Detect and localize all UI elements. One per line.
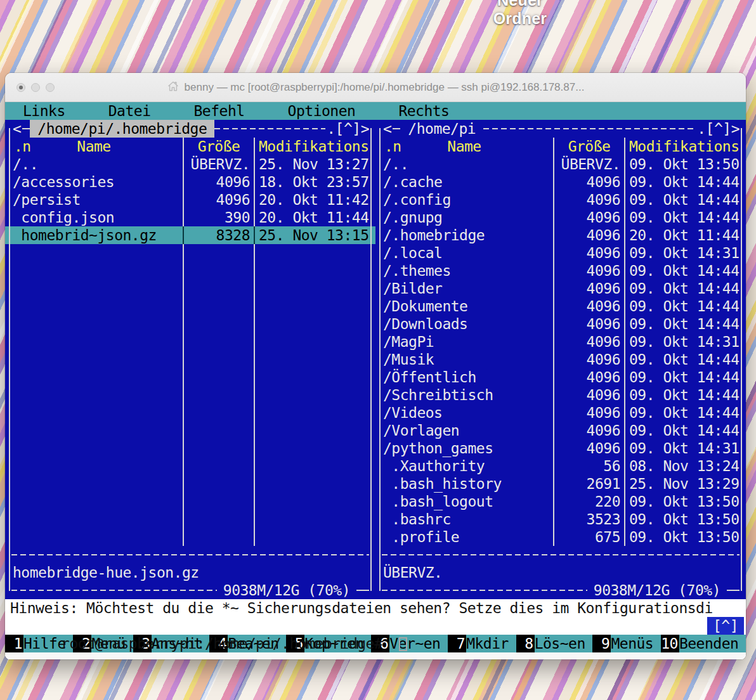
- file-row[interactable]: .bashrc352309. Okt 13:50: [375, 510, 746, 528]
- panel-top-border: < /home/pi .[^]>: [375, 120, 746, 138]
- file-size: 4096: [553, 333, 624, 351]
- file-size: 2691: [553, 475, 624, 493]
- header-name-cell[interactable]: .nName: [375, 138, 553, 155]
- file-name: /Musik: [375, 351, 553, 368]
- minimize-button[interactable]: [31, 83, 40, 92]
- file-row[interactable]: /MagPi409609. Okt 14:31: [375, 333, 746, 351]
- window-bottom-strip: [5, 652, 746, 659]
- file-row[interactable]: /.homebridge409620. Okt 11:44: [375, 226, 746, 244]
- file-mtime: 09. Okt 13:50: [624, 493, 746, 510]
- terminal-content: LinksDateiBefehlOptionenRechts < /home/p…: [5, 102, 746, 659]
- panel-path[interactable]: /home/pi: [400, 120, 483, 138]
- header-mtime[interactable]: Modifikations: [254, 138, 375, 155]
- dash-fill: [382, 554, 740, 555]
- fkey-label: Menüs: [611, 635, 660, 652]
- file-size: 3523: [553, 510, 624, 528]
- file-row[interactable]: /.config409609. Okt 14:44: [375, 191, 746, 209]
- file-row[interactable]: /..ÜBERVZ.25. Nov 13:27: [5, 155, 375, 173]
- file-row[interactable]: /accessories409618. Okt 23:57: [5, 173, 375, 191]
- panel-scroll-left-icon[interactable]: <: [382, 120, 393, 138]
- panel-separator: [5, 546, 375, 564]
- file-row[interactable]: /Schreibtisch409609. Okt 14:44: [375, 386, 746, 404]
- file-row-empty: [5, 493, 375, 510]
- fkey-7[interactable]: 7Mkdir: [448, 635, 516, 652]
- file-mtime: 09. Okt 14:31: [624, 333, 746, 351]
- panel-path[interactable]: /home/pi/.homebridge: [30, 120, 214, 138]
- file-name: [5, 422, 183, 439]
- fkey-10[interactable]: 10Beenden: [661, 635, 746, 652]
- file-row-empty: [5, 244, 375, 262]
- file-name: [5, 280, 183, 297]
- command-history-button[interactable]: [^]: [707, 617, 744, 635]
- file-row[interactable]: /.local409609. Okt 14:31: [375, 244, 746, 262]
- file-row[interactable]: .bash_logout22009. Okt 13:50: [375, 493, 746, 510]
- fkey-number: 9: [592, 635, 611, 652]
- menu-item-befehl[interactable]: Befehl: [194, 102, 245, 120]
- header-size[interactable]: Größe: [183, 138, 254, 155]
- file-name: /.config: [375, 191, 553, 209]
- left-panel: < /home/pi/.homebridge .[^]> .nName Größ…: [5, 120, 375, 599]
- header-size[interactable]: Größe: [553, 138, 624, 155]
- file-row[interactable]: /Bilder409609. Okt 14:44: [375, 280, 746, 297]
- file-row[interactable]: /Downloads409609. Okt 14:44: [375, 315, 746, 333]
- file-name: .Xauthority: [375, 457, 553, 475]
- dash-fill: [11, 590, 217, 591]
- menu-item-optionen[interactable]: Optionen: [288, 102, 356, 120]
- file-mtime: 18. Okt 23:57: [254, 173, 375, 191]
- file-size: [183, 422, 254, 439]
- file-row[interactable]: homebrid~json.gz832825. Nov 13:15: [5, 226, 375, 244]
- header-mtime[interactable]: Modifikations: [624, 138, 746, 155]
- file-name: /Bilder: [375, 280, 553, 297]
- menu-item-datei[interactable]: Datei: [108, 102, 151, 120]
- file-row[interactable]: /persist409620. Okt 11:42: [5, 191, 375, 209]
- file-row[interactable]: /..ÜBERVZ.09. Okt 13:50: [375, 155, 746, 173]
- file-row[interactable]: /Vorlagen409609. Okt 14:44: [375, 422, 746, 439]
- fkey-number: 10: [661, 635, 679, 652]
- unsaved-dot-icon: [19, 86, 23, 89]
- file-name: [5, 457, 183, 475]
- close-button[interactable]: [16, 83, 25, 92]
- desktop-folder-label[interactable]: Neuer Ordner: [469, 0, 571, 28]
- file-row-empty: [5, 280, 375, 297]
- file-row[interactable]: /.cache409609. Okt 14:44: [375, 173, 746, 191]
- file-row[interactable]: .Xauthority5608. Nov 13:24: [375, 457, 746, 475]
- file-mtime: [254, 422, 375, 439]
- window-titlebar[interactable]: benny — mc [root@raspberrypi]:/home/pi/.…: [5, 73, 746, 102]
- file-size: [183, 386, 254, 404]
- file-size: 4096: [553, 280, 624, 297]
- file-row[interactable]: config.json39020. Okt 11:44: [5, 209, 375, 226]
- file-mtime: [254, 404, 375, 422]
- panel-scroll-left-icon[interactable]: <: [11, 120, 22, 138]
- file-mtime: 09. Okt 14:44: [624, 368, 746, 386]
- file-row-empty: [5, 422, 375, 439]
- file-row[interactable]: /.gnupg409609. Okt 14:44: [375, 209, 746, 226]
- file-row[interactable]: /Öffentlich409609. Okt 14:44: [375, 368, 746, 386]
- menu-item-rechts[interactable]: Rechts: [398, 102, 449, 120]
- shell-prompt-line[interactable]: root@raspberrypi:/home/pi/.homebridge# […: [5, 617, 746, 635]
- file-row[interactable]: .bash_history269125. Nov 13:29: [375, 475, 746, 493]
- file-size: 4096: [183, 191, 254, 209]
- file-size: 4096: [553, 244, 624, 262]
- fkey-9[interactable]: 9Menüs: [592, 635, 660, 652]
- panel-bottom-border: 9038M/12G (70%): [375, 581, 746, 599]
- file-row[interactable]: /Videos409609. Okt 14:44: [375, 404, 746, 422]
- file-row[interactable]: .profile67509. Okt 13:50: [375, 528, 746, 546]
- file-row[interactable]: /Musik409609. Okt 14:44: [375, 351, 746, 368]
- file-size: ÜBERVZ.: [553, 155, 624, 173]
- file-row-empty: [5, 404, 375, 422]
- fkey-number: 7: [448, 635, 466, 652]
- header-name-cell[interactable]: .nName: [5, 138, 183, 155]
- file-row[interactable]: /Dokumente409609. Okt 14:44: [375, 297, 746, 315]
- file-mtime: 09. Okt 14:44: [624, 209, 746, 226]
- file-name: /.gnupg: [375, 209, 553, 226]
- file-row[interactable]: /.themes409609. Okt 14:44: [375, 262, 746, 280]
- file-row[interactable]: /python_games409609. Okt 14:31: [375, 439, 746, 457]
- panel-corner-controls[interactable]: .[^]>: [696, 120, 740, 138]
- file-name: /Dokumente: [375, 297, 553, 315]
- menu-item-links[interactable]: Links: [23, 102, 65, 120]
- file-mtime: [254, 333, 375, 351]
- fkey-8[interactable]: 8Lös~en: [516, 635, 593, 652]
- zoom-button[interactable]: [46, 83, 55, 92]
- file-size: [183, 528, 254, 546]
- panel-corner-controls[interactable]: .[^]>: [325, 120, 369, 138]
